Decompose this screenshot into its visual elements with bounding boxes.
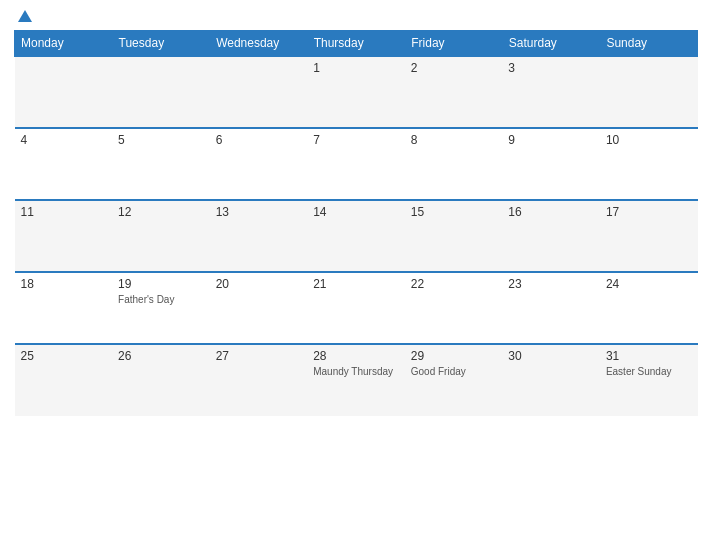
weekday-header-monday: Monday <box>15 31 113 57</box>
weekday-header-thursday: Thursday <box>307 31 405 57</box>
day-number: 4 <box>21 133 107 147</box>
day-number: 11 <box>21 205 107 219</box>
event-label: Maundy Thursday <box>313 365 399 378</box>
weekday-header-row: MondayTuesdayWednesdayThursdayFridaySatu… <box>15 31 698 57</box>
day-number: 23 <box>508 277 594 291</box>
day-number: 3 <box>508 61 594 75</box>
calendar-cell: 18 <box>15 272 113 344</box>
day-number: 18 <box>21 277 107 291</box>
day-number: 13 <box>216 205 302 219</box>
calendar-cell <box>112 56 210 128</box>
day-number: 29 <box>411 349 497 363</box>
week-row-5: 25262728Maundy Thursday29Good Friday3031… <box>15 344 698 416</box>
event-label: Good Friday <box>411 365 497 378</box>
calendar-cell: 19Father's Day <box>112 272 210 344</box>
calendar-cell: 13 <box>210 200 308 272</box>
calendar-cell: 17 <box>600 200 698 272</box>
calendar-cell <box>600 56 698 128</box>
calendar-cell: 15 <box>405 200 503 272</box>
weekday-header-wednesday: Wednesday <box>210 31 308 57</box>
calendar-cell: 29Good Friday <box>405 344 503 416</box>
calendar-cell: 10 <box>600 128 698 200</box>
calendar-cell <box>15 56 113 128</box>
weekday-header-saturday: Saturday <box>502 31 600 57</box>
calendar-cell <box>210 56 308 128</box>
day-number: 15 <box>411 205 497 219</box>
day-number: 2 <box>411 61 497 75</box>
calendar-cell: 27 <box>210 344 308 416</box>
calendar-cell: 20 <box>210 272 308 344</box>
day-number: 24 <box>606 277 692 291</box>
day-number: 17 <box>606 205 692 219</box>
calendar-cell: 6 <box>210 128 308 200</box>
logo-blue-text <box>14 10 32 22</box>
calendar-header <box>14 10 698 22</box>
weekday-header-friday: Friday <box>405 31 503 57</box>
day-number: 1 <box>313 61 399 75</box>
weekday-header-sunday: Sunday <box>600 31 698 57</box>
calendar-cell: 26 <box>112 344 210 416</box>
event-label: Easter Sunday <box>606 365 692 378</box>
calendar-cell: 7 <box>307 128 405 200</box>
event-label: Father's Day <box>118 293 204 306</box>
calendar-cell: 31Easter Sunday <box>600 344 698 416</box>
calendar-cell: 5 <box>112 128 210 200</box>
calendar-cell: 30 <box>502 344 600 416</box>
calendar-cell: 28Maundy Thursday <box>307 344 405 416</box>
week-row-4: 1819Father's Day2021222324 <box>15 272 698 344</box>
day-number: 19 <box>118 277 204 291</box>
calendar-cell: 23 <box>502 272 600 344</box>
day-number: 12 <box>118 205 204 219</box>
calendar-cell: 1 <box>307 56 405 128</box>
calendar-cell: 8 <box>405 128 503 200</box>
day-number: 16 <box>508 205 594 219</box>
calendar-cell: 14 <box>307 200 405 272</box>
day-number: 8 <box>411 133 497 147</box>
calendar-cell: 4 <box>15 128 113 200</box>
weekday-header-tuesday: Tuesday <box>112 31 210 57</box>
week-row-2: 45678910 <box>15 128 698 200</box>
day-number: 10 <box>606 133 692 147</box>
day-number: 25 <box>21 349 107 363</box>
week-row-3: 11121314151617 <box>15 200 698 272</box>
calendar-cell: 22 <box>405 272 503 344</box>
calendar-cell: 16 <box>502 200 600 272</box>
week-row-1: 123 <box>15 56 698 128</box>
calendar-cell: 21 <box>307 272 405 344</box>
day-number: 30 <box>508 349 594 363</box>
day-number: 6 <box>216 133 302 147</box>
calendar-cell: 3 <box>502 56 600 128</box>
logo-triangle-icon <box>18 10 32 22</box>
calendar-cell: 12 <box>112 200 210 272</box>
day-number: 20 <box>216 277 302 291</box>
day-number: 21 <box>313 277 399 291</box>
calendar-cell: 2 <box>405 56 503 128</box>
day-number: 27 <box>216 349 302 363</box>
calendar-cell: 11 <box>15 200 113 272</box>
day-number: 5 <box>118 133 204 147</box>
day-number: 22 <box>411 277 497 291</box>
calendar-page: MondayTuesdayWednesdayThursdayFridaySatu… <box>0 0 712 550</box>
day-number: 26 <box>118 349 204 363</box>
day-number: 31 <box>606 349 692 363</box>
day-number: 7 <box>313 133 399 147</box>
calendar-cell: 24 <box>600 272 698 344</box>
calendar-cell: 25 <box>15 344 113 416</box>
day-number: 9 <box>508 133 594 147</box>
calendar-cell: 9 <box>502 128 600 200</box>
calendar-table: MondayTuesdayWednesdayThursdayFridaySatu… <box>14 30 698 416</box>
day-number: 28 <box>313 349 399 363</box>
logo <box>14 10 32 22</box>
day-number: 14 <box>313 205 399 219</box>
